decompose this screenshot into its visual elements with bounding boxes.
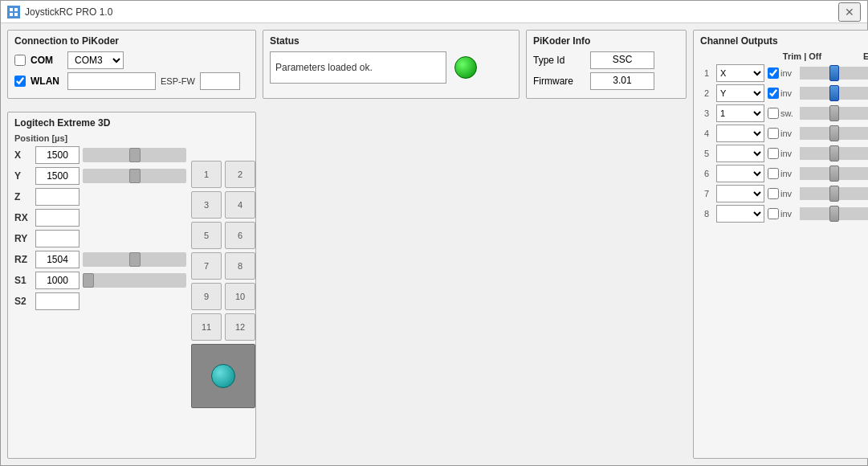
- axis-label-rz: RZ: [14, 254, 32, 265]
- typeid-row: Type Id SSC: [533, 51, 679, 69]
- axis-value-s1[interactable]: [35, 272, 79, 289]
- ch-trim-slider-7[interactable]: [800, 187, 868, 200]
- ch-inv-check-2[interactable]: [768, 88, 779, 99]
- ch-inv-8: inv: [768, 208, 797, 219]
- led-indicator: [454, 56, 477, 79]
- pikoder-panel: PiKoder Info Type Id SSC Firmware 3.01: [526, 30, 687, 99]
- ch-trim-slider-2[interactable]: [800, 87, 868, 100]
- ch-trim-slider-4[interactable]: [800, 127, 868, 140]
- title-bar: JoystickRC PRO 1.0 ✕: [1, 1, 867, 23]
- ch-inv-check-8[interactable]: [768, 208, 779, 219]
- svg-rect-3: [14, 13, 18, 16]
- axis-value-rz[interactable]: [35, 251, 79, 268]
- title-bar-left: JoystickRC PRO 1.0: [7, 6, 112, 18]
- espfw-value-field[interactable]: 1.4: [200, 72, 240, 90]
- ch-selector-6[interactable]: [716, 165, 764, 182]
- channel-row-6: 6 inv: [700, 165, 868, 182]
- axis-value-s2[interactable]: [35, 292, 79, 310]
- axis-label-s2: S2: [14, 296, 32, 307]
- ch-selector-3[interactable]: XY1: [716, 104, 764, 122]
- main-window: JoystickRC PRO 1.0 ✕ Connection to PiKod…: [0, 0, 868, 466]
- channel-title: Channel Outputs: [700, 35, 868, 47]
- button-5[interactable]: 5: [191, 222, 222, 249]
- ch-selector-1[interactable]: XYZRXRYRZS1S2: [716, 64, 764, 82]
- ch-selector-4[interactable]: [716, 125, 764, 142]
- ch-inv-text-1: inv: [780, 68, 792, 78]
- svg-rect-1: [14, 8, 18, 11]
- button-10[interactable]: 10: [225, 283, 255, 310]
- button-9[interactable]: 9: [191, 283, 222, 310]
- ch-num-7: 7: [700, 189, 713, 198]
- ch-trim-slider-6[interactable]: [800, 167, 868, 180]
- ch-num-2: 2: [700, 88, 713, 98]
- left-column: Connection to PiKoder COM COM3 COM1 COM2…: [7, 30, 687, 459]
- joystick-dot: [211, 364, 235, 388]
- ch-inv-text-7: inv: [780, 189, 792, 198]
- button-3[interactable]: 3: [191, 191, 222, 219]
- logitech-title: Logitech Extreme 3D: [14, 117, 249, 129]
- ch-inv-check-1[interactable]: [768, 67, 779, 79]
- wlan-value-field[interactable]: PiKoder_wRX: [67, 72, 156, 90]
- axis-label-z: Z: [14, 191, 32, 202]
- axis-value-y[interactable]: [35, 167, 79, 185]
- button-8[interactable]: 8: [225, 252, 255, 280]
- ch-selector-8[interactable]: [716, 205, 764, 223]
- pikoder-title: PiKoder Info: [533, 35, 679, 47]
- joystick-area[interactable]: [191, 344, 255, 408]
- ch-trim-slider-1[interactable]: [800, 67, 868, 80]
- espfw-label: ESP-FW: [161, 76, 195, 86]
- ch-inv-check-3[interactable]: [768, 108, 779, 119]
- close-button[interactable]: ✕: [838, 2, 861, 22]
- ch-trim-slider-5[interactable]: [800, 147, 868, 160]
- typeid-label: Type Id: [533, 55, 585, 66]
- ch-trim-slider-3[interactable]: [800, 107, 868, 120]
- trim-off-header: Trim | Off: [766, 51, 838, 61]
- ch-inv-text-2: inv: [780, 88, 792, 98]
- main-content: Connection to PiKoder COM COM3 COM1 COM2…: [1, 23, 867, 465]
- button-4[interactable]: 4: [225, 191, 255, 219]
- wlan-checkbox[interactable]: [14, 76, 26, 87]
- axis-label-s1: S1: [14, 275, 32, 286]
- ch-inv-check-6[interactable]: [768, 168, 779, 179]
- firmware-label: Firmware: [533, 76, 585, 87]
- button-11[interactable]: 11: [191, 313, 222, 341]
- axis-value-rx[interactable]: [35, 209, 79, 227]
- ch-selector-2[interactable]: XYZRXRYRZS1S2: [716, 84, 764, 102]
- ch-inv-text-6: inv: [780, 169, 792, 178]
- button-6[interactable]: 6: [225, 222, 255, 249]
- ch-selector-7[interactable]: [716, 185, 764, 202]
- axis-slider-rz[interactable]: [83, 252, 186, 267]
- axis-value-ry[interactable]: [35, 230, 79, 247]
- com-label: COM: [31, 55, 63, 66]
- button-1[interactable]: 1: [191, 161, 222, 188]
- axis-value-z[interactable]: [35, 188, 79, 206]
- app-icon: [7, 6, 20, 18]
- axis-slider-x[interactable]: [83, 148, 186, 162]
- ch-selector-5[interactable]: [716, 145, 764, 162]
- channel-row-8: 8 inv: [700, 205, 868, 223]
- firmware-row: Firmware 3.01: [533, 72, 679, 90]
- status-message: Parameters loaded ok.: [270, 51, 446, 84]
- ch-inv-4: inv: [768, 128, 797, 139]
- button-7[interactable]: 7: [191, 252, 222, 280]
- axis-row-z: Z: [14, 188, 186, 206]
- ch-inv-check-7[interactable]: [768, 188, 779, 199]
- ch-inv-check-5[interactable]: [768, 148, 779, 159]
- channel-row-5: 5 inv: [700, 145, 868, 162]
- trim-slider-wrap-2: [800, 87, 868, 100]
- axis-slider-s1[interactable]: [83, 273, 186, 288]
- channel-row-7: 7 inv: [700, 185, 868, 202]
- ch-trim-slider-8[interactable]: [800, 207, 868, 220]
- ch-inv-5: inv: [768, 148, 797, 159]
- ch-inv-check-4[interactable]: [768, 128, 779, 139]
- channel-row-3: 3 XY1 sw.: [700, 104, 868, 122]
- com-select[interactable]: COM3 COM1 COM2: [67, 51, 124, 69]
- button-12[interactable]: 12: [225, 313, 255, 341]
- axis-label-ry: RY: [14, 233, 32, 244]
- top-row: Connection to PiKoder COM COM3 COM1 COM2…: [7, 30, 687, 99]
- com-checkbox[interactable]: [14, 55, 26, 66]
- axis-slider-y[interactable]: [83, 169, 186, 183]
- button-2[interactable]: 2: [225, 161, 255, 188]
- axis-value-x[interactable]: [35, 146, 79, 164]
- ch-num-5: 5: [700, 149, 713, 158]
